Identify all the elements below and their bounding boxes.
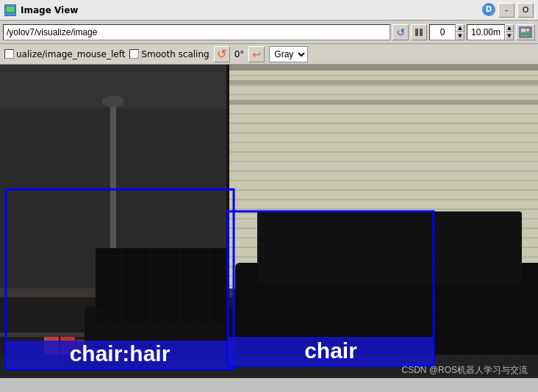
dist-input-group: ▲ ▼ — [467, 24, 514, 40]
svg-rect-40 — [228, 100, 538, 104]
svg-rect-38 — [228, 65, 538, 70]
mouse-checkbox[interactable] — [4, 49, 14, 59]
svg-rect-1 — [7, 7, 14, 12]
smooth-scaling-checkbox-label[interactable]: Smooth scaling — [129, 49, 209, 59]
svg-rect-39 — [228, 80, 538, 84]
undo-button[interactable]: ↩ — [248, 46, 265, 62]
title-bar: Image View D - O — [0, 0, 538, 21]
minimize-button[interactable]: - — [498, 3, 514, 18]
image-viewer[interactable]: chair:hair chair CSDN @ROS机器人学习与交流 — [0, 65, 538, 378]
distance-input[interactable] — [467, 24, 505, 40]
rotate-button[interactable]: ↺ — [214, 46, 230, 62]
zoom-input-group: ▲ ▼ — [429, 24, 465, 40]
smooth-scaling-checkbox[interactable] — [129, 49, 139, 59]
angle-label: 0° — [234, 49, 245, 59]
svg-rect-2 — [415, 29, 418, 36]
help-button[interactable]: D — [482, 3, 495, 16]
window-controls: D - O — [482, 3, 534, 18]
dist-spinners: ▲ ▼ — [505, 24, 514, 40]
window-title: Image View — [21, 5, 478, 15]
dist-up-button[interactable]: ▲ — [505, 24, 514, 32]
topic-url-input[interactable] — [3, 24, 390, 40]
svg-text:chair:hair: chair:hair — [70, 341, 171, 366]
toolbar-row1: ↺ ▲ ▼ ▲ ▼ — [0, 21, 538, 44]
colormap-select[interactable]: Gray Jet Hot Cool HSV — [269, 46, 308, 62]
mouse-checkbox-label[interactable]: ualize/image_mouse_left — [4, 49, 125, 59]
smooth-scaling-label: Smooth scaling — [141, 49, 209, 59]
toolbar-row2: ualize/image_mouse_left Smooth scaling ↺… — [0, 44, 538, 65]
svg-text:chair: chair — [304, 338, 357, 363]
maximize-button[interactable]: O — [517, 3, 534, 18]
refresh-button[interactable]: ↺ — [392, 24, 409, 40]
zoom-up-button[interactable]: ▲ — [456, 24, 465, 32]
scene-svg: chair:hair chair CSDN @ROS机器人学习与交流 — [0, 65, 538, 378]
zoom-input[interactable] — [429, 24, 456, 40]
dist-down-button[interactable]: ▼ — [505, 32, 514, 40]
zoom-down-button[interactable]: ▼ — [456, 32, 465, 40]
window-icon — [4, 4, 16, 16]
mouse-label: ualize/image_mouse_left — [16, 49, 125, 59]
svg-rect-47 — [110, 101, 116, 248]
svg-point-48 — [102, 95, 124, 107]
zoom-spinners: ▲ ▼ — [456, 24, 465, 40]
svg-rect-3 — [420, 29, 423, 36]
svg-text:CSDN @ROS机器人学习与交流: CSDN @ROS机器人学习与交流 — [401, 365, 528, 375]
svg-point-6 — [526, 29, 529, 32]
pause-button[interactable] — [411, 24, 427, 40]
image-save-button[interactable] — [516, 24, 535, 40]
